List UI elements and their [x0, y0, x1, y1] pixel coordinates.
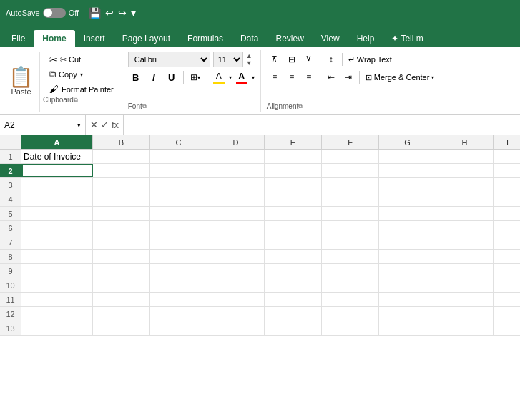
- grid-cell[interactable]: [21, 207, 93, 220]
- cancel-icon[interactable]: ✕: [90, 119, 98, 130]
- grid-cell[interactable]: [436, 221, 494, 235]
- row-number[interactable]: 13: [0, 321, 21, 335]
- grid-cell[interactable]: [494, 178, 520, 192]
- grid-cell[interactable]: [494, 264, 520, 278]
- bold-button[interactable]: B: [128, 69, 144, 85]
- grid-cell[interactable]: [379, 250, 436, 263]
- grid-cell[interactable]: [379, 178, 436, 192]
- grid-cell[interactable]: [21, 307, 93, 321]
- cut-button[interactable]: ✂ ✂ Cut: [47, 53, 116, 67]
- grid-cell[interactable]: [379, 207, 436, 220]
- align-center-button[interactable]: ≡: [284, 69, 300, 85]
- row-number[interactable]: 9: [0, 264, 21, 278]
- grid-cell[interactable]: [207, 192, 265, 206]
- grid-cell[interactable]: [322, 235, 379, 249]
- grid-cell[interactable]: [93, 321, 150, 335]
- grid-cell[interactable]: [322, 307, 379, 321]
- cell-ref-arrow[interactable]: ▾: [77, 122, 81, 129]
- grid-cell[interactable]: [494, 207, 520, 220]
- grid-cell[interactable]: [494, 293, 520, 306]
- grid-cell[interactable]: [265, 293, 322, 306]
- row-number[interactable]: 6: [0, 221, 21, 235]
- grid-cell[interactable]: [494, 235, 520, 249]
- grid-cell[interactable]: [436, 235, 494, 249]
- italic-button[interactable]: I: [146, 69, 162, 85]
- grid-cell[interactable]: [265, 321, 322, 335]
- grid-cell[interactable]: [93, 307, 150, 321]
- grid-cell[interactable]: [379, 278, 436, 292]
- grid-cell[interactable]: [150, 264, 207, 278]
- grid-cell[interactable]: [436, 250, 494, 263]
- col-header-e[interactable]: E: [265, 135, 322, 149]
- tab-help[interactable]: Help: [348, 30, 383, 47]
- tab-data[interactable]: Data: [232, 30, 267, 47]
- grid-cell[interactable]: [207, 321, 265, 335]
- row-number[interactable]: 3: [0, 178, 21, 192]
- grid-cell[interactable]: [265, 307, 322, 321]
- grid-cell[interactable]: [436, 192, 494, 206]
- undo-icon[interactable]: ↩: [105, 7, 114, 19]
- grid-cell[interactable]: [322, 278, 379, 292]
- grid-cell[interactable]: [150, 250, 207, 263]
- grid-cell[interactable]: [322, 164, 379, 177]
- grid-cell[interactable]: [150, 321, 207, 335]
- grid-cell[interactable]: [21, 178, 93, 192]
- align-right-button[interactable]: ≡: [301, 69, 317, 85]
- grid-cell[interactable]: [150, 278, 207, 292]
- grid-cell[interactable]: [436, 207, 494, 220]
- col-header-g[interactable]: G: [379, 135, 436, 149]
- grid-cell[interactable]: [436, 278, 494, 292]
- tab-file[interactable]: File: [3, 30, 34, 47]
- grid-cell[interactable]: [93, 250, 150, 263]
- grid-cell[interactable]: [265, 278, 322, 292]
- align-middle-button[interactable]: ⊟: [284, 52, 300, 67]
- grid-cell[interactable]: [494, 150, 520, 163]
- grid-cell[interactable]: [207, 221, 265, 235]
- font-size-increase[interactable]: ▲: [246, 53, 252, 59]
- font-color-button[interactable]: A: [234, 71, 250, 84]
- grid-cell[interactable]: [265, 250, 322, 263]
- grid-cell[interactable]: [494, 192, 520, 206]
- grid-cell[interactable]: [265, 178, 322, 192]
- paste-button[interactable]: 📋 Paste: [3, 52, 40, 112]
- grid-cell[interactable]: [150, 293, 207, 306]
- grid-cell[interactable]: [21, 278, 93, 292]
- grid-cell[interactable]: [93, 150, 150, 163]
- border-button[interactable]: ⊞ ▾: [187, 69, 203, 85]
- grid-cell[interactable]: [494, 164, 520, 177]
- cell-reference-box[interactable]: A2 ▾: [0, 115, 86, 135]
- tab-insert[interactable]: Insert: [75, 30, 114, 47]
- tab-view[interactable]: View: [313, 30, 348, 47]
- grid-cell[interactable]: [207, 307, 265, 321]
- grid-cell[interactable]: [93, 235, 150, 249]
- grid-cell[interactable]: [207, 264, 265, 278]
- row-number[interactable]: 8: [0, 250, 21, 263]
- grid-cell[interactable]: [93, 164, 150, 177]
- grid-cell[interactable]: [265, 207, 322, 220]
- grid-cell[interactable]: [322, 293, 379, 306]
- align-top-button[interactable]: ⊼: [267, 52, 283, 67]
- grid-cell[interactable]: [265, 150, 322, 163]
- autosave-toggle[interactable]: [43, 8, 66, 18]
- row-number[interactable]: 2: [0, 164, 21, 177]
- grid-cell[interactable]: [379, 321, 436, 335]
- grid-cell[interactable]: Date of Invoice: [21, 150, 93, 163]
- grid-cell[interactable]: [322, 207, 379, 220]
- grid-cell[interactable]: [265, 264, 322, 278]
- grid-cell[interactable]: [93, 293, 150, 306]
- tab-review[interactable]: Review: [267, 30, 312, 47]
- tab-page-layout[interactable]: Page Layout: [114, 30, 179, 47]
- grid-cell[interactable]: [150, 221, 207, 235]
- grid-cell[interactable]: [21, 250, 93, 263]
- grid-cell[interactable]: [265, 221, 322, 235]
- grid-cell[interactable]: [207, 150, 265, 163]
- row-number[interactable]: 1: [0, 150, 21, 163]
- function-icon[interactable]: fx: [112, 119, 119, 130]
- grid-cell[interactable]: [436, 164, 494, 177]
- grid-cell[interactable]: [207, 235, 265, 249]
- align-left-button[interactable]: ≡: [267, 69, 283, 85]
- grid-cell[interactable]: [322, 264, 379, 278]
- tab-tell-me[interactable]: ✦ Tell m: [383, 30, 431, 47]
- grid-cell[interactable]: [207, 207, 265, 220]
- wrap-text-button[interactable]: ↵ Wrap Text: [345, 54, 395, 66]
